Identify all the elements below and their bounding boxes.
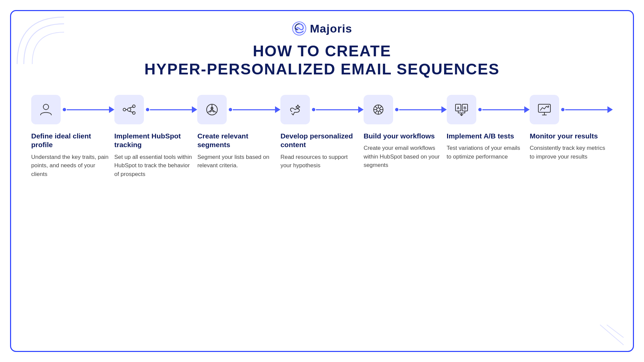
- step-3-heading: Create relevant segments: [197, 132, 280, 149]
- segments-icon: [204, 102, 220, 118]
- step-5-body: Create your email workflows within HubSp…: [364, 144, 447, 170]
- hubspot-icon: [121, 102, 137, 118]
- step-5-icon-row: [364, 95, 447, 124]
- title-line1: HOW TO CREATE: [145, 42, 500, 60]
- step-7-icon-box: [530, 95, 559, 124]
- step-3: Create relevant segments Segment your li…: [197, 95, 280, 170]
- step-2-icon-box: [114, 95, 144, 124]
- step-6-heading: Implement A/B tests: [447, 132, 518, 140]
- step-1: Define ideal client profile Understand t…: [31, 95, 114, 178]
- corner-decoration-top-left: [14, 14, 67, 67]
- svg-rect-19: [538, 104, 550, 112]
- step-4-heading: Develop personalized content: [280, 132, 364, 149]
- step-4-arrow: [312, 106, 364, 113]
- step-3-arrow: [229, 106, 280, 113]
- majoris-logo-icon: [292, 21, 307, 36]
- steps-container: Define ideal client profile Understand t…: [31, 95, 613, 178]
- svg-line-7: [129, 111, 133, 112]
- svg-point-1: [43, 104, 49, 110]
- monitor-icon: [536, 102, 552, 118]
- step-1-body: Understand the key traits, pain points, …: [31, 153, 114, 179]
- step-7-body: Consistently track key metrics to improv…: [530, 144, 613, 161]
- svg-line-6: [129, 107, 133, 108]
- step-3-icon-row: [197, 95, 280, 124]
- step-7: Monitor your results Consistently track …: [530, 95, 613, 161]
- step-7-icon-row: [530, 95, 613, 124]
- step-7-heading: Monitor your results: [530, 132, 601, 140]
- step-7-arrow: [561, 106, 613, 113]
- content-icon: [287, 102, 303, 118]
- step-2-icon-row: [114, 95, 198, 124]
- step-1-heading: Define ideal client profile: [31, 132, 114, 149]
- step-2-body: Set up all essential tools within HubSpo…: [114, 153, 198, 179]
- svg-point-5: [123, 108, 126, 111]
- step-4-icon-row: [280, 95, 364, 124]
- svg-point-2: [127, 108, 131, 111]
- step-6-icon-box: A B: [447, 95, 476, 124]
- corner-decoration-bottom-right: [597, 321, 630, 348]
- logo-area: Majoris: [292, 21, 352, 36]
- step-4: Develop personalized content Read resour…: [280, 95, 364, 170]
- step-6-body: Test variations of your emails to optimi…: [447, 144, 530, 161]
- person-icon: [38, 102, 54, 118]
- svg-text:B: B: [464, 106, 466, 110]
- main-container: Majoris HOW TO CREATE HYPER-PERSONALIZED…: [10, 10, 634, 352]
- brand-name: Majoris: [310, 22, 352, 35]
- svg-point-22: [548, 106, 549, 107]
- step-1-icon-row: [31, 95, 114, 124]
- step-1-icon-box: [31, 95, 61, 124]
- step-5: Build your workflows Create your email w…: [364, 95, 447, 170]
- workflow-icon: [370, 102, 386, 118]
- step-6-arrow: [478, 106, 530, 113]
- step-5-arrow: [395, 106, 447, 113]
- main-title: HOW TO CREATE HYPER-PERSONALIZED EMAIL S…: [145, 42, 500, 78]
- step-3-body: Segment your lists based on relevant cri…: [197, 153, 280, 170]
- abtest-icon: A B: [453, 102, 470, 118]
- step-3-icon-box: [197, 95, 227, 124]
- step-5-heading: Build your workflows: [364, 132, 438, 140]
- step-4-body: Read resources to support your hypothesi…: [280, 153, 364, 170]
- svg-text:A: A: [457, 106, 460, 110]
- step-2-arrow: [146, 106, 198, 113]
- step-4-icon-box: [280, 95, 310, 124]
- step-5-icon-box: [364, 95, 393, 124]
- step-6-icon-row: A B: [447, 95, 530, 124]
- step-1-arrow: [63, 106, 114, 113]
- step-2: Implement HubSpot tracking Set up all es…: [114, 95, 198, 178]
- step-2-heading: Implement HubSpot tracking: [114, 132, 198, 149]
- title-line2: HYPER-PERSONALIZED EMAIL SEQUENCES: [145, 60, 500, 78]
- step-6: A B Implement A/B tests Test variations …: [447, 95, 530, 161]
